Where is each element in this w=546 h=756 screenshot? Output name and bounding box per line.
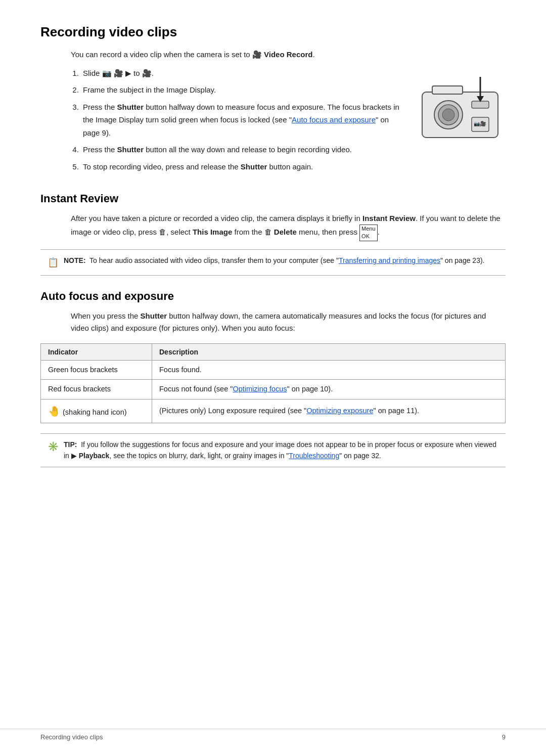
description-shaking: (Pictures only) Long exposure required (… <box>152 399 506 423</box>
tip-box: ✳️ TIP: If you follow the suggestions fo… <box>40 433 506 467</box>
table-header: Indicator Description <box>41 343 506 360</box>
description-red: Focus not found (see "Optimizing focus" … <box>152 380 506 399</box>
auto-focus-section: Auto focus and exposure When you press t… <box>40 290 506 467</box>
troubleshooting-link[interactable]: Troubleshooting <box>289 452 339 460</box>
indicator-shaking: 🤚 (shaking hand icon) <box>41 399 152 423</box>
optimizing-focus-link[interactable]: Optimizing focus <box>233 385 287 393</box>
svg-rect-1 <box>432 86 463 94</box>
instant-review-section: Instant Review After you have taken a pi… <box>40 192 506 276</box>
tip-icon: ✳️ <box>48 439 59 454</box>
steps-list: Slide 📷 🎥 ▶ to 🎥. Frame the subject in t… <box>71 67 404 177</box>
table-header-row: Indicator Description <box>41 343 506 360</box>
indicator-green: Green focus brackets <box>41 360 152 380</box>
table-row: Green focus brackets Focus found. <box>41 360 506 380</box>
recording-section: Recording video clips You can record a v… <box>40 24 506 177</box>
table-row: Red focus brackets Focus not found (see … <box>41 380 506 399</box>
camera-illustration: 📷🎥 <box>415 67 506 177</box>
play-icon: ▶ <box>125 69 131 77</box>
transferring-link[interactable]: Transferring and printing images <box>339 256 440 264</box>
indicator-red: Red focus brackets <box>41 380 152 399</box>
shaking-hand-icon: 🤚 <box>48 406 61 417</box>
camera-svg: 📷🎥 <box>417 72 503 153</box>
video-icon-end: 🎥 <box>142 69 152 77</box>
video-record-icon: 🎥 <box>252 50 264 59</box>
description-col-header: Description <box>152 343 506 360</box>
svg-rect-5 <box>472 101 489 108</box>
note-box: 📋 NOTE: To hear audio associated with vi… <box>40 249 506 276</box>
recording-title: Recording video clips <box>40 24 506 40</box>
note-text: NOTE: To hear audio associated with vide… <box>64 255 484 266</box>
step-3: Press the Shutter button halfway down to… <box>81 101 404 140</box>
indicator-table: Indicator Description Green focus bracke… <box>40 343 506 424</box>
trash-icon-2: 🗑 <box>264 228 272 236</box>
table-body: Green focus brackets Focus found. Red fo… <box>41 360 506 423</box>
auto-focus-text: When you press the Shutter button halfwa… <box>71 310 506 334</box>
instant-review-title: Instant Review <box>40 192 506 205</box>
indicator-col-header: Indicator <box>41 343 152 360</box>
video-mode-icon: 🎥 <box>114 69 123 77</box>
steps-and-image: Slide 📷 🎥 ▶ to 🎥. Frame the subject in t… <box>71 67 506 177</box>
note-icon: 📋 <box>48 255 59 270</box>
table-row: 🤚 (shaking hand icon) (Pictures only) Lo… <box>41 399 506 423</box>
optimizing-exposure-link[interactable]: Optimizing exposure <box>306 407 373 415</box>
page-footer: Recording video clips 9 <box>0 729 546 741</box>
svg-point-4 <box>442 109 454 121</box>
camera-icon: 📷 <box>102 69 112 77</box>
tip-text: TIP: If you follow the suggestions for f… <box>64 439 498 462</box>
recording-intro: You can record a video clip when the cam… <box>71 49 506 61</box>
menu-ok-button: MenuOK <box>359 225 378 241</box>
auto-focus-link-1[interactable]: Auto focus and exposure <box>292 115 376 124</box>
shaking-hand-label: (shaking hand icon) <box>63 408 127 416</box>
description-green: Focus found. <box>152 360 506 380</box>
svg-text:📷🎥: 📷🎥 <box>474 120 486 127</box>
step-2: Frame the subject in the Image Display. <box>81 83 404 97</box>
footer-right: 9 <box>502 733 506 741</box>
trash-icon: 🗑 <box>159 228 166 236</box>
auto-focus-title: Auto focus and exposure <box>40 290 506 303</box>
playback-icon: ▶ <box>71 452 77 460</box>
step-1: Slide 📷 🎥 ▶ to 🎥. <box>81 67 404 80</box>
footer-left: Recording video clips <box>40 733 103 741</box>
step-4: Press the Shutter button all the way dow… <box>81 143 404 156</box>
instant-review-text: After you have taken a picture or record… <box>71 212 506 241</box>
recording-steps: Slide 📷 🎥 ▶ to 🎥. Frame the subject in t… <box>81 67 404 173</box>
step-5: To stop recording video, press and relea… <box>81 160 404 173</box>
